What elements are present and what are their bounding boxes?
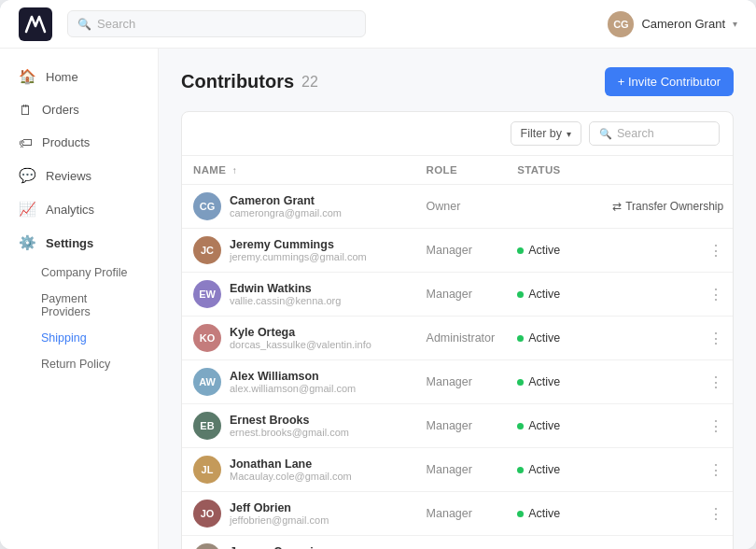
table-row: EB Ernest Brooks ernest.brooks@gmail.com… (182, 404, 734, 448)
row-actions-button[interactable]: ⋮ (612, 505, 723, 523)
actions-cell: ⋮ (601, 317, 734, 360)
row-actions-button[interactable]: ⋮ (612, 417, 723, 435)
user-full-name: Jeff Obrien (230, 501, 329, 514)
user-email: camerongra@gmail.com (230, 207, 342, 218)
table-toolbar: Filter by ▾ 🔍 Search (182, 112, 733, 156)
actions-cell: ⇄ Transfer Ownership (601, 185, 734, 229)
sidebar-item-settings[interactable]: ⚙️ Settings (0, 226, 158, 260)
user-menu[interactable]: CG Cameron Grant ▾ (608, 11, 737, 37)
user-full-name: Alex Williamson (230, 370, 356, 383)
table-row: CG Cameron Grant camerongra@gmail.com Ow… (182, 185, 734, 229)
sidebar-item-analytics[interactable]: 📈 Analytics (0, 192, 158, 226)
chevron-down-icon: ▾ (567, 129, 571, 139)
role-cell: Owner (415, 185, 507, 229)
col-header-name[interactable]: NAME ↑ (182, 156, 415, 185)
user-email: alex.williamson@gmail.com (230, 383, 356, 394)
status-dot (517, 247, 524, 254)
table-search[interactable]: 🔍 Search (589, 121, 720, 146)
row-actions-button[interactable]: ⋮ (612, 373, 723, 391)
user-full-name: Ernest Brooks (230, 414, 349, 427)
sidebar-item-orders[interactable]: 🗒 Orders (0, 93, 158, 126)
user-cell: JL Jonathan Lane Macaulay.cole@gmail.com (193, 456, 404, 484)
status-cell: Active (517, 244, 590, 257)
user-email: jeremy.cummings@gmail.com (230, 251, 367, 262)
col-header-status: STATUS (506, 156, 601, 185)
user-cell: JC Jeremy Cummings jeremy.cummings@gmail… (193, 236, 404, 264)
orders-icon: 🗒 (19, 102, 33, 118)
actions-cell: ⋮ (601, 360, 734, 404)
row-actions-button[interactable]: ⋮ (612, 461, 723, 479)
sidebar-sub-company-profile[interactable]: Company Profile (0, 260, 158, 286)
user-info: Ernest Brooks ernest.brooks@gmail.com (230, 414, 349, 438)
table-search-placeholder: Search (617, 127, 654, 140)
sidebar-item-reviews[interactable]: 💬 Reviews (0, 159, 158, 192)
avatar: CG (193, 192, 221, 220)
status-cell: Active (517, 463, 590, 476)
user-name: Cameron Grant (641, 17, 725, 31)
app-logo (19, 7, 52, 41)
user-email: Macaulay.cole@gmail.com (230, 471, 352, 482)
user-info: Cameron Grant camerongra@gmail.com (230, 194, 342, 218)
row-actions-button[interactable]: ⋮ (612, 330, 723, 347)
status-dot (517, 335, 524, 342)
role-cell: Manager (415, 404, 507, 448)
user-full-name: Edwin Watkins (230, 282, 341, 295)
filter-button[interactable]: Filter by ▾ (511, 121, 581, 146)
name-cell: JL Jonathan Lane Macaulay.cole@gmail.com (182, 448, 415, 492)
user-info: Jonathan Lane Macaulay.cole@gmail.com (230, 458, 352, 482)
contributor-count: 22 (301, 74, 318, 91)
user-info: Edwin Watkins vallie.cassin@kenna.org (230, 282, 341, 306)
invite-contributor-button[interactable]: + Invite Contributor (605, 67, 734, 96)
status-cell-wrap: Active (506, 404, 601, 448)
products-icon: 🏷 (19, 134, 33, 150)
user-cell: CG Cameron Grant camerongra@gmail.com (193, 192, 404, 220)
status-cell-wrap: Active (506, 448, 601, 492)
table-row: EW Edwin Watkins vallie.cassin@kenna.org… (182, 273, 734, 317)
actions-cell: ⋮ (601, 229, 734, 273)
role-cell: Manager (415, 360, 507, 404)
user-full-name: Jonathan Lane (230, 458, 352, 471)
user-full-name: Cameron Grant (230, 194, 342, 207)
status-dot (517, 423, 524, 429)
sidebar-item-home[interactable]: 🏠 Home (0, 60, 158, 93)
user-cell: KO Kyle Ortega dorcas_kassulke@valentin.… (193, 324, 404, 352)
status-dot (517, 511, 524, 517)
col-header-actions (601, 156, 734, 185)
name-cell: KO Kyle Ortega dorcas_kassulke@valentin.… (182, 317, 415, 360)
avatar: JO (193, 500, 221, 528)
transfer-ownership-button[interactable]: ⇄ Transfer Ownership (612, 200, 723, 213)
page-title: Contributors 22 (181, 71, 318, 92)
status-text: Active (528, 331, 560, 345)
sidebar-sub-payment-providers[interactable]: Payment Providers (0, 286, 158, 325)
status-cell-wrap (506, 185, 601, 229)
sidebar-sub-shipping[interactable]: Shipping (0, 325, 158, 351)
global-search[interactable]: 🔍 Search (67, 10, 366, 37)
sidebar-sub-return-policy[interactable]: Return Policy (0, 351, 158, 377)
status-text: Active (528, 463, 560, 476)
role-cell: Administrator (415, 317, 507, 360)
row-actions-button[interactable]: ⋮ (612, 242, 723, 260)
name-cell: CG Cameron Grant camerongra@gmail.com (182, 185, 415, 229)
settings-icon: ⚙️ (19, 234, 36, 251)
row-actions-button[interactable]: ⋮ (612, 286, 723, 303)
status-cell: Active (517, 419, 590, 432)
reviews-icon: 💬 (19, 167, 36, 184)
contributors-table: NAME ↑ ROLE STATUS CG Cameron Grant (182, 156, 734, 549)
name-cell: EW Edwin Watkins vallie.cassin@kenna.org (182, 273, 415, 317)
user-full-name: Jeremy Cummings (230, 238, 367, 251)
main-content: Contributors 22 + Invite Contributor Fil… (159, 49, 756, 549)
transfer-icon: ⇄ (612, 200, 622, 213)
sidebar-item-products[interactable]: 🏷 Products (0, 126, 158, 159)
status-cell-wrap: Active (506, 360, 601, 404)
status-cell: Active (517, 375, 590, 388)
status-text: Active (528, 244, 560, 257)
avatar: JC (193, 543, 221, 549)
avatar: JL (193, 456, 221, 484)
transfer-label: Transfer Ownership (625, 200, 723, 213)
status-dot (517, 291, 524, 298)
user-full-name: Kyle Ortega (230, 326, 371, 339)
avatar: EW (193, 280, 221, 308)
name-cell: JC Jeremy Cummings jeremy.cummings@gmail… (182, 229, 415, 273)
table-row: JC Jeremy Cummings jeremy.cum@gmail.com … (182, 536, 734, 550)
col-header-role: ROLE (415, 156, 507, 185)
